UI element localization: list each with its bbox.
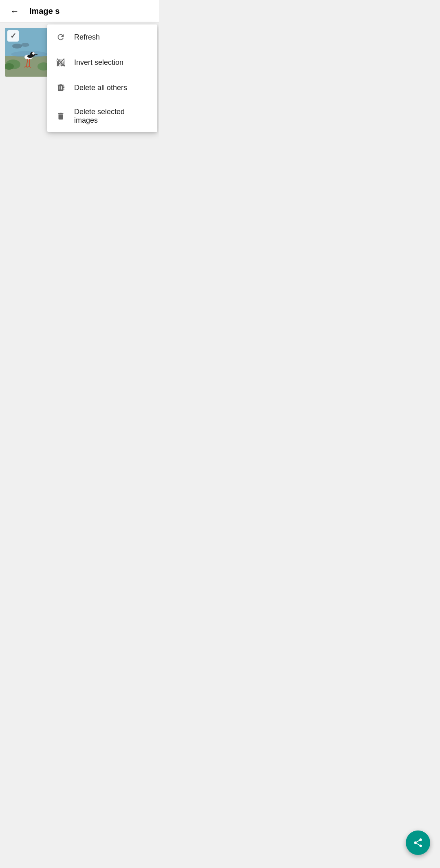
content-area: ✓ Refresh [0, 23, 159, 334]
app-bar: ← Image s [0, 0, 159, 23]
delete-icon [55, 111, 66, 121]
back-button[interactable]: ← [7, 3, 23, 20]
svg-point-3 [12, 44, 22, 49]
delete-all-icon [55, 82, 66, 93]
context-menu: Refresh Invert selection [47, 24, 157, 132]
page-title: Image s [29, 7, 152, 16]
menu-item-invert[interactable]: Invert selection [47, 50, 157, 75]
svg-point-8 [32, 52, 35, 55]
menu-invert-label: Invert selection [74, 58, 123, 67]
check-icon: ✓ [10, 31, 16, 40]
back-arrow-icon: ← [10, 6, 19, 17]
menu-refresh-label: Refresh [74, 33, 100, 42]
menu-delete-others-label: Delete all others [74, 84, 127, 92]
invert-icon [55, 57, 66, 68]
svg-line-9 [35, 54, 37, 55]
menu-item-delete-others[interactable]: Delete all others [47, 75, 157, 100]
refresh-icon [55, 32, 66, 42]
menu-item-delete-selected[interactable]: Delete selected images [47, 100, 157, 132]
image-thumbnail-1[interactable]: ✓ [5, 28, 54, 77]
menu-item-refresh[interactable]: Refresh [47, 24, 157, 50]
svg-point-4 [21, 43, 29, 47]
selection-check-1: ✓ [7, 30, 19, 42]
menu-delete-selected-label: Delete selected images [74, 108, 149, 125]
